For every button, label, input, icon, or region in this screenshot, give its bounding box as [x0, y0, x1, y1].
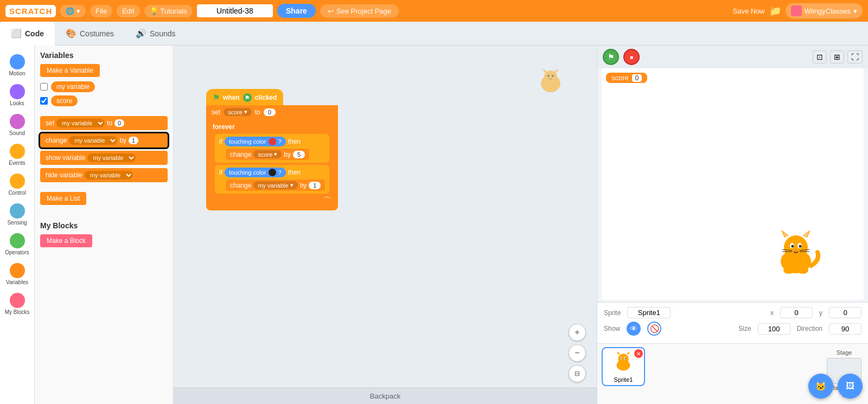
- small-stage-button[interactable]: ⊡: [813, 50, 827, 63]
- sidebar-item-myblocks[interactable]: My Blocks: [2, 290, 33, 318]
- change-label-black: change: [230, 182, 251, 189]
- make-variable-button[interactable]: Make a Variable: [40, 64, 100, 77]
- cat-svg-stage: [771, 228, 820, 277]
- change-val-5[interactable]: 5: [293, 151, 305, 158]
- zoom-in-button[interactable]: +: [569, 324, 586, 341]
- add-sprite-button[interactable]: 🐱: [808, 374, 833, 399]
- sidebar-item-events[interactable]: Events: [2, 140, 33, 169]
- score-dropdown-red[interactable]: score ▾: [253, 150, 282, 158]
- myvar-label-black: my variable: [258, 182, 288, 189]
- show-visible-button[interactable]: 👁: [627, 322, 641, 336]
- sprite1-delete-button[interactable]: ✕: [634, 349, 643, 358]
- show-hidden-button[interactable]: 🚫: [647, 322, 661, 336]
- green-flag-button[interactable]: ⚑: [603, 49, 619, 65]
- sidebar-item-control[interactable]: Control: [2, 170, 33, 199]
- sidebar-label-variables: Variables: [6, 279, 28, 285]
- myvar-dropdown-black[interactable]: my variable ▾: [253, 181, 297, 189]
- tutorials-button[interactable]: 💡 Tutorials: [144, 5, 193, 17]
- backpack-bar[interactable]: Backpack: [174, 388, 597, 404]
- make-block-button[interactable]: Make a Block: [40, 234, 92, 247]
- change-myvar-1-block[interactable]: change my variable ▾ by 1: [226, 179, 325, 191]
- zoom-reset-button[interactable]: ⊟: [569, 365, 586, 382]
- my-variable-checkbox[interactable]: [40, 83, 48, 91]
- zoom-controls: + − ⊟: [569, 324, 586, 382]
- project-title-input[interactable]: [197, 4, 273, 17]
- change-val-1[interactable]: 1: [309, 182, 321, 189]
- svg-marker-26: [627, 351, 630, 355]
- sidebar-item-variables[interactable]: Variables: [2, 260, 33, 288]
- size-input[interactable]: [758, 323, 790, 335]
- score-checkbox[interactable]: [40, 97, 48, 105]
- blocks-palette: Variables Make a Variable my variable sc…: [35, 46, 174, 404]
- svg-point-24: [618, 354, 629, 364]
- sprite1-card[interactable]: ✕ Sprite1: [602, 347, 645, 386]
- score-pill[interactable]: score: [51, 95, 78, 106]
- sidebar-item-motion[interactable]: Motion: [2, 51, 33, 80]
- edit-menu[interactable]: Edit: [117, 5, 139, 17]
- change-var-dropdown[interactable]: my variable: [69, 136, 117, 145]
- blocks-sidebar: Motion Looks Sound Events Control Sensin…: [0, 46, 35, 404]
- sidebar-item-operators[interactable]: Operators: [2, 230, 33, 259]
- touching-color-red[interactable]: touching color ?: [225, 137, 286, 146]
- show-variable-block[interactable]: show variable my variable: [40, 151, 168, 165]
- see-project-button[interactable]: ↩ See Project Page: [320, 4, 399, 18]
- hide-variable-block[interactable]: hide variable my variable: [40, 168, 168, 182]
- user-menu[interactable]: WlingyClasses ▾: [786, 3, 863, 18]
- x-input[interactable]: [780, 307, 813, 318]
- show-var-dropdown[interactable]: my variable: [87, 153, 136, 162]
- touching-color-black[interactable]: touching color ?: [225, 168, 286, 177]
- change-score-5-block[interactable]: change score ▾ by 5: [226, 149, 309, 160]
- change-label-red: change: [230, 151, 251, 158]
- hide-var-dropdown[interactable]: my variable: [85, 171, 133, 179]
- scratch-logo[interactable]: SCRATCH: [5, 5, 56, 17]
- change-variable-block[interactable]: change my variable by 1: [40, 133, 168, 148]
- script-canvas[interactable]: ⚑ when ⚑ clicked set score ▾ to 0 foreve…: [174, 46, 597, 404]
- large-stage-button[interactable]: ⊞: [830, 50, 844, 63]
- my-variable-pill[interactable]: my variable: [51, 81, 95, 92]
- forever-block[interactable]: forever if touching color ? then: [206, 119, 338, 210]
- save-now-button[interactable]: Save Now: [733, 7, 765, 15]
- stop-button[interactable]: ■: [623, 49, 640, 65]
- fullscreen-button[interactable]: ⛶: [847, 50, 863, 63]
- tab-sounds[interactable]: 🔊 Sounds: [125, 22, 186, 46]
- sidebar-item-looks[interactable]: Looks: [2, 81, 33, 110]
- set-var-dropdown[interactable]: my variable: [56, 119, 105, 127]
- set-score-val[interactable]: 0: [264, 108, 276, 116]
- y-input[interactable]: [829, 307, 861, 318]
- change-val-input[interactable]: 1: [129, 137, 138, 144]
- score-dropdown-canvas[interactable]: score ▾: [224, 108, 252, 116]
- sidebar-label-events: Events: [9, 160, 25, 166]
- share-button[interactable]: Share: [277, 4, 316, 18]
- black-color-circle: [269, 169, 276, 176]
- sprites-panel: ✕ Sprite1: [602, 347, 820, 386]
- set-val-input[interactable]: 0: [114, 119, 124, 127]
- tab-code[interactable]: ⬜ Code: [0, 22, 55, 46]
- by-label-red: by: [284, 151, 291, 158]
- svg-marker-2: [542, 68, 547, 73]
- green-flag-icon: ⚑: [608, 53, 615, 61]
- set-score-block[interactable]: set score ▾ to 0: [206, 105, 338, 119]
- direction-input[interactable]: [829, 323, 861, 335]
- folder-icon-button[interactable]: 📁: [769, 5, 781, 17]
- if-touching-red-block[interactable]: if touching color ? then change score: [215, 134, 329, 163]
- direction-label: Direction: [797, 325, 822, 332]
- score-chevron-red: ▾: [274, 151, 277, 158]
- cat-sprite-stage: [771, 228, 820, 278]
- make-list-button[interactable]: Make a List: [40, 192, 86, 205]
- sidebar-item-sensing[interactable]: Sensing: [2, 200, 33, 229]
- when-flag-block[interactable]: ⚑ when ⚑ clicked: [206, 89, 283, 105]
- tab-costumes[interactable]: 🎨 Costumes: [55, 22, 125, 46]
- zoom-out-button[interactable]: −: [569, 344, 586, 362]
- globe-icon: 🌐: [66, 7, 74, 15]
- sprite-name-input[interactable]: [627, 307, 671, 318]
- sidebar-item-sound[interactable]: Sound: [2, 111, 33, 139]
- globe-button[interactable]: 🌐 ▾: [60, 5, 86, 17]
- sprite-info-bottom-row: Show 👁 🚫 Size Direction: [604, 322, 861, 336]
- set-variable-block[interactable]: set my variable to 0: [40, 116, 168, 130]
- file-menu[interactable]: File: [90, 5, 112, 17]
- score-badge-value: 0: [632, 74, 642, 82]
- if-touching-black-block[interactable]: if touching color ? then change my varia…: [215, 165, 329, 194]
- score-variable-row: score: [40, 95, 168, 106]
- sprite1-image: [612, 350, 634, 376]
- add-backdrop-button[interactable]: 🖼: [838, 374, 863, 399]
